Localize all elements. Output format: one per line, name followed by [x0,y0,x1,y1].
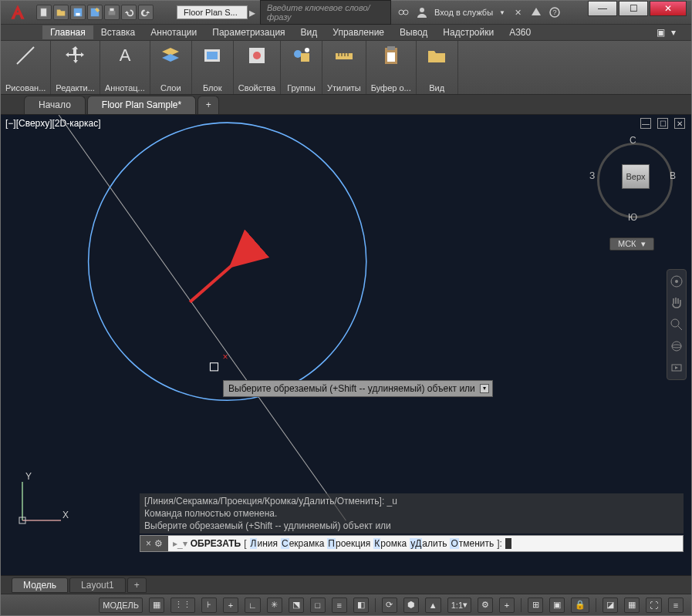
drawing-area[interactable]: [−][Сверху][2D-каркас] — ☐ ✕ Верх С Ю З … [1,115,691,575]
tab-addins[interactable]: Надстройки [435,25,501,39]
hardware-accel-icon[interactable]: ▦ [624,597,640,613]
quick-properties-icon[interactable]: ▣ [549,597,565,613]
title-overflow-icon[interactable]: ▸ [249,5,255,20]
print-icon[interactable] [104,5,120,20]
scale-button[interactable]: 1:1 ▾ [447,597,471,613]
text-icon: A [113,44,137,67]
app-logo[interactable] [4,1,32,24]
infer-icon[interactable]: ⊦ [201,597,217,613]
tab-annotate[interactable]: Аннотации [143,25,204,39]
polar-icon[interactable]: ✳ [267,597,282,613]
svg-point-8 [420,8,424,12]
customization-icon[interactable]: ≡ [668,597,684,613]
cmd-option[interactable]: Отменить [450,538,494,549]
osnap-icon[interactable]: □ [310,597,326,613]
open-icon[interactable] [53,5,69,20]
save-icon[interactable] [70,5,86,20]
clean-screen-icon[interactable]: ⛶ [646,597,662,613]
command-line[interactable]: × ⚙ ▸_▾ ОБРЕЗАТЬ [ Линия Секрамка Проекц… [140,535,684,552]
customize-cmdline-icon[interactable]: ⚙ [154,538,163,549]
annotation-scale-icon[interactable]: ▲ [425,597,441,613]
redo-icon[interactable] [138,5,154,20]
ribbon-label: Рисован... [5,83,46,93]
ucs-x: X [62,510,69,520]
ribbon-panel-draw[interactable]: Рисован... [1,41,51,94]
ortho-icon[interactable]: ∟ [245,597,261,613]
cmd-option[interactable]: Линия [250,538,278,549]
layout-tab-layout1[interactable]: Layout1 [69,577,126,593]
layout-tabs: Модель Layout1 + [1,575,691,594]
ribbon-panel-view[interactable]: Вид [417,41,458,94]
ribbon-panel-block[interactable]: Блок [192,41,234,94]
tab-home[interactable]: Главная [42,25,93,39]
svg-rect-39 [210,363,218,371]
grid-icon[interactable]: ▦ [149,597,164,613]
help-icon[interactable]: ? [549,6,561,19]
layout-tab-model[interactable]: Модель [12,577,68,593]
svg-rect-5 [110,8,113,12]
ribbon-label: Буфер о... [371,83,411,93]
snap-icon[interactable]: ⋮⋮ [170,597,195,613]
lineweight-icon[interactable]: ≡ [332,597,347,613]
annotation-monitor-icon[interactable]: + [499,597,515,613]
tab-manage[interactable]: Управление [325,25,392,39]
status-model-button[interactable]: МОДЕЛЬ [99,597,143,613]
units-icon[interactable]: ⊞ [528,597,543,613]
ucs-icon[interactable]: Y X [15,474,69,530]
tab-output[interactable]: Вывод [392,25,435,39]
window-close-button[interactable]: ✕ [650,1,687,16]
properties-icon [245,44,268,67]
ribbon-panel-clipboard[interactable]: Буфер о... [366,41,417,94]
tab-view[interactable]: Вид [293,25,326,39]
a360-icon[interactable] [530,6,542,19]
tooltip-options-icon[interactable]: ▾ [480,384,489,393]
close-cmdline-icon[interactable]: × [146,538,151,549]
layout-tab-add[interactable]: + [127,577,147,593]
ribbon-panel-utilities[interactable]: Утилиты [322,41,366,94]
ribbon-panel-groups[interactable]: Группы [281,41,322,94]
cmd-option[interactable]: уДалить [410,538,447,549]
ribbon-more-icon[interactable]: ▾ [671,27,676,38]
signin-label[interactable]: Вход в службы [434,8,493,17]
tab-floorplan[interactable]: Floor Plan Sample* [87,96,196,114]
new-icon[interactable] [36,5,52,20]
svg-rect-20 [336,53,353,59]
signin-dropdown-icon[interactable]: ▼ [499,9,505,16]
ribbon-panel-properties[interactable]: Свойства [234,41,281,94]
cmd-option[interactable]: Проекция [327,538,370,549]
ribbon-panel-modify[interactable]: Редакти... [51,41,100,94]
transparency-icon[interactable]: ◧ [353,597,369,613]
tab-a360[interactable]: A360 [501,25,538,39]
workspace-icon[interactable]: ⚙ [478,597,493,613]
ribbon-label: Слои [160,83,181,93]
infocenter-icon[interactable] [397,6,410,19]
signin-icon[interactable] [416,6,428,19]
measure-icon [332,44,356,67]
move-icon [64,44,87,67]
tab-parametric[interactable]: Параметризация [204,25,292,39]
lock-ui-icon[interactable]: 🔒 [571,597,589,613]
saveas-icon[interactable] [87,5,103,20]
3d-osnap-icon[interactable]: ⬢ [403,597,419,613]
isodraft-icon[interactable]: ⬔ [289,597,304,613]
search-input[interactable]: Введите ключевое слово/фразу [260,0,391,25]
ribbon-panel-layers[interactable]: Слои [150,41,192,94]
cmd-option[interactable]: Кромка [373,538,407,549]
isolate-objects-icon[interactable]: ◪ [603,597,618,613]
cmd-option[interactable]: Секрамка [281,538,324,549]
svg-rect-2 [76,13,79,16]
window-minimize-button[interactable]: — [588,1,617,16]
ribbon-label: Вид [429,83,444,93]
dyn-input-icon[interactable]: + [223,597,238,613]
ribbon-panel-annotation[interactable]: A Аннотац... [100,41,150,94]
selection-cycling-icon[interactable]: ⟳ [382,597,397,613]
tab-start[interactable]: Начало [24,96,86,114]
svg-rect-18 [301,53,309,62]
undo-icon[interactable] [121,5,137,20]
featured-apps-icon[interactable]: ▣ [657,27,665,38]
command-history: [Линия/Секрамка/Проекция/Кромка/уДалить/… [140,493,684,534]
tab-new-button[interactable]: + [197,96,219,114]
tab-insert[interactable]: Вставка [93,25,143,39]
exchange-icon[interactable]: ✕ [511,6,524,19]
window-maximize-button[interactable]: ☐ [619,1,648,16]
